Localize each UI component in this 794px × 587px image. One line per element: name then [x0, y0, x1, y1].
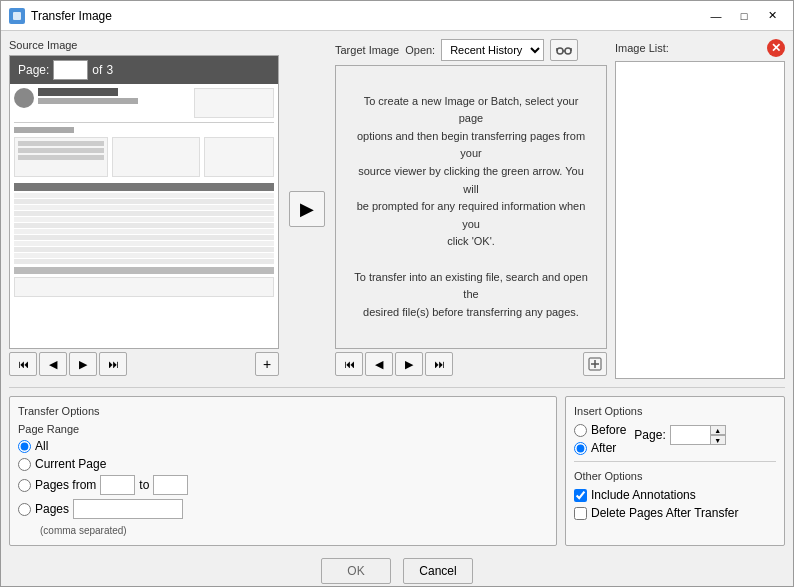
to-input[interactable]: 1: [153, 475, 188, 495]
pages-from-radio-label[interactable]: Pages from 1 to 1: [18, 475, 548, 495]
window-title: Transfer Image: [31, 9, 112, 23]
pages-from-radio[interactable]: [18, 479, 31, 492]
spin-up-button[interactable]: ▲: [710, 425, 726, 435]
page-total: 3: [106, 63, 113, 77]
target-first-page-button[interactable]: ⏮: [335, 352, 363, 376]
page-range-title: Page Range: [18, 423, 548, 435]
svg-rect-0: [13, 12, 21, 20]
pages-input[interactable]: [73, 499, 183, 519]
page-range-group: All Current Page Pages from 1 to 1: [18, 439, 548, 519]
current-page-radio-label[interactable]: Current Page: [18, 457, 548, 471]
maximize-button[interactable]: □: [731, 6, 757, 26]
recent-history-dropdown[interactable]: Recent History: [441, 39, 544, 61]
all-radio[interactable]: [18, 440, 31, 453]
close-icon: ✕: [771, 41, 781, 55]
include-annotations-checkbox[interactable]: [574, 489, 587, 502]
target-label: Target Image: [335, 44, 399, 56]
target-nav-bar: ⏮ ◀ ▶ ⏭: [335, 349, 607, 379]
minimize-button[interactable]: —: [703, 6, 729, 26]
target-description: To create a new Image or Batch, select y…: [352, 93, 590, 322]
transfer-arrow-section: ▶: [287, 39, 327, 379]
glasses-icon: [556, 44, 572, 56]
svg-point-2: [565, 48, 571, 54]
target-prev-page-button[interactable]: ◀: [365, 352, 393, 376]
pages-label: Pages: [35, 502, 69, 516]
image-list-header: Image List: ✕: [615, 39, 785, 57]
before-radio-label[interactable]: Before: [574, 423, 626, 437]
first-page-button[interactable]: ⏮: [9, 352, 37, 376]
delete-pages-text: Delete Pages After Transfer: [591, 506, 738, 520]
titlebar-left: Transfer Image: [9, 8, 112, 24]
transfer-image-window: Transfer Image — □ ✕ Source Image Page: …: [0, 0, 794, 587]
comma-note: (comma separated): [40, 525, 127, 536]
target-nav-buttons: ⏮ ◀ ▶ ⏭: [335, 352, 453, 376]
bottom-section: Transfer Options Page Range All Current …: [9, 396, 785, 546]
from-input[interactable]: 1: [100, 475, 135, 495]
image-list-panel: Image List: ✕: [615, 39, 785, 379]
add-target-button[interactable]: [583, 352, 607, 376]
source-label: Source Image: [9, 39, 279, 51]
document-preview-area: [10, 84, 278, 348]
titlebar: Transfer Image — □ ✕: [1, 1, 793, 31]
add-source-button[interactable]: +: [255, 352, 279, 376]
next-page-button[interactable]: ▶: [69, 352, 97, 376]
insert-options-title: Insert Options: [574, 405, 776, 417]
current-page-radio[interactable]: [18, 458, 31, 471]
prev-page-button[interactable]: ◀: [39, 352, 67, 376]
image-list-label: Image List:: [615, 42, 669, 54]
transfer-options-title: Transfer Options: [18, 405, 548, 417]
image-list-close-button[interactable]: ✕: [767, 39, 785, 57]
before-label: Before: [591, 423, 626, 437]
page-field-label: Page:: [634, 428, 665, 442]
spin-down-button[interactable]: ▼: [710, 435, 726, 445]
browse-button[interactable]: [550, 39, 578, 61]
after-radio[interactable]: [574, 442, 587, 455]
target-viewer: To create a new Image or Batch, select y…: [335, 65, 607, 349]
image-list-box: [615, 61, 785, 379]
cancel-button[interactable]: Cancel: [403, 558, 473, 584]
pages-radio[interactable]: [18, 503, 31, 516]
to-label: to: [139, 478, 149, 492]
page-number-input[interactable]: 1: [53, 60, 88, 80]
top-section: Source Image Page: 1 of 3: [9, 39, 785, 379]
section-divider: [9, 387, 785, 388]
current-page-label: Current Page: [35, 457, 106, 471]
include-annotations-label[interactable]: Include Annotations: [574, 488, 776, 502]
target-panel: Target Image Open: Recent History: [335, 39, 607, 379]
include-annotations-text: Include Annotations: [591, 488, 696, 502]
open-label: Open:: [405, 44, 435, 56]
target-last-page-button[interactable]: ⏭: [425, 352, 453, 376]
page-number-field[interactable]: 1: [670, 425, 710, 445]
delete-pages-label[interactable]: Delete Pages After Transfer: [574, 506, 776, 520]
ok-button[interactable]: OK: [321, 558, 391, 584]
insert-options-panel: Insert Options Before After: [565, 396, 785, 546]
transfer-options-panel: Transfer Options Page Range All Current …: [9, 396, 557, 546]
all-label: All: [35, 439, 48, 453]
insert-divider: [574, 461, 776, 462]
page-label: Page:: [18, 63, 49, 77]
all-radio-label[interactable]: All: [18, 439, 548, 453]
after-radio-label[interactable]: After: [574, 441, 626, 455]
last-page-button[interactable]: ⏭: [99, 352, 127, 376]
source-panel: Source Image Page: 1 of 3: [9, 39, 279, 379]
page-bar: Page: 1 of 3: [10, 56, 278, 84]
close-button[interactable]: ✕: [759, 6, 785, 26]
app-icon: [9, 8, 25, 24]
target-top-bar: Target Image Open: Recent History: [335, 39, 607, 61]
source-nav-buttons: ⏮ ◀ ▶ ⏭: [9, 352, 127, 376]
pages-from-label: Pages from: [35, 478, 96, 492]
action-bar: OK Cancel: [9, 552, 785, 587]
add-target-icon: [588, 357, 602, 371]
svg-point-1: [557, 48, 563, 54]
source-viewer: Page: 1 of 3: [9, 55, 279, 349]
other-options: Other Options Include Annotations Delete…: [574, 470, 776, 520]
delete-pages-checkbox[interactable]: [574, 507, 587, 520]
insert-radios: Before After: [574, 423, 626, 455]
transfer-arrow-button[interactable]: ▶: [289, 191, 325, 227]
page-of-label: of: [92, 63, 102, 77]
target-next-page-button[interactable]: ▶: [395, 352, 423, 376]
document-preview: [10, 84, 278, 348]
pages-radio-label[interactable]: Pages: [18, 499, 548, 519]
spinner-buttons: ▲ ▼: [710, 425, 726, 445]
before-radio[interactable]: [574, 424, 587, 437]
